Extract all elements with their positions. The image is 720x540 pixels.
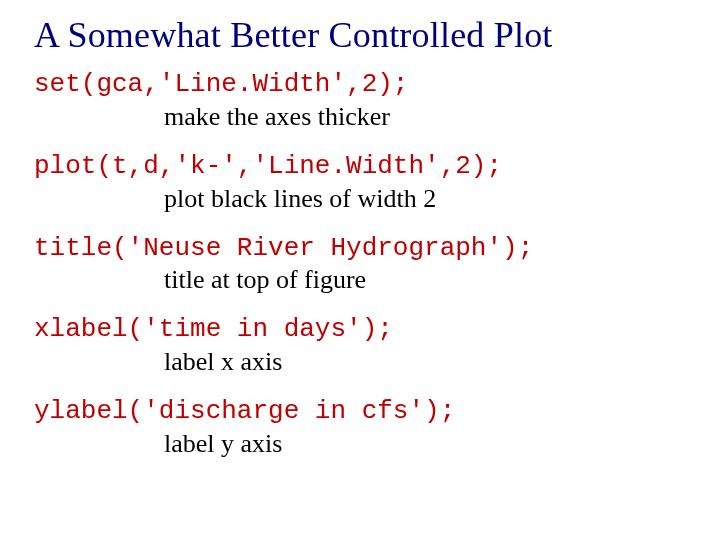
code-item: plot(t,d,'k-','Line.Width',2); plot blac… (34, 152, 692, 214)
code-caption: title at top of figure (164, 265, 692, 295)
code-caption: make the axes thicker (164, 102, 692, 132)
code-line: plot(t,d,'k-','Line.Width',2); (34, 152, 692, 182)
code-caption: label x axis (164, 347, 692, 377)
code-line: xlabel('time in days'); (34, 315, 692, 345)
code-item: title('Neuse River Hydrograph'); title a… (34, 234, 692, 296)
code-line: set(gca,'Line.Width',2); (34, 70, 692, 100)
code-item: ylabel('discharge in cfs'); label y axis (34, 397, 692, 459)
code-caption: label y axis (164, 429, 692, 459)
slide: A Somewhat Better Controlled Plot set(gc… (0, 0, 720, 540)
code-caption: plot black lines of width 2 (164, 184, 692, 214)
slide-title: A Somewhat Better Controlled Plot (34, 14, 692, 56)
code-item: xlabel('time in days'); label x axis (34, 315, 692, 377)
code-line: ylabel('discharge in cfs'); (34, 397, 692, 427)
code-item: set(gca,'Line.Width',2); make the axes t… (34, 70, 692, 132)
code-line: title('Neuse River Hydrograph'); (34, 234, 692, 264)
